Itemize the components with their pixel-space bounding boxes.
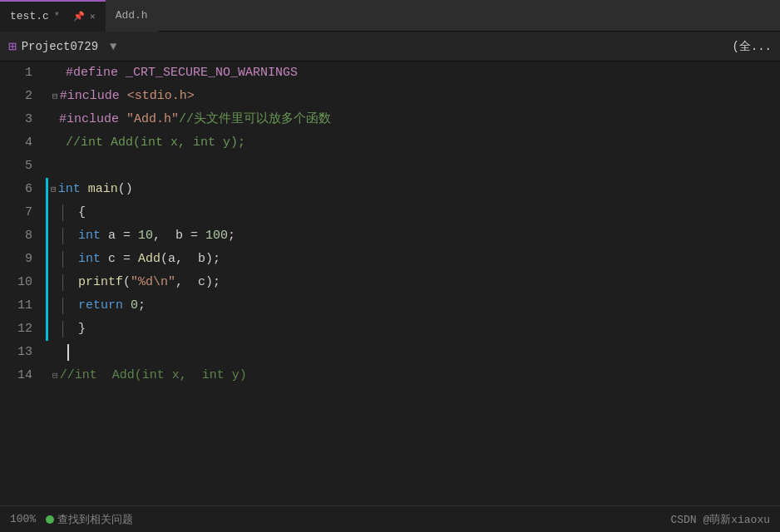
green-dot-icon: [46, 515, 54, 524]
code-line-2: ⊟ #include <stdio.h>: [46, 85, 780, 108]
code-line-3-comment: //头文件里可以放多个函数: [179, 108, 331, 131]
tab-pin-icon[interactable]: 📌: [73, 11, 85, 22]
code-line-8-body: a =: [108, 224, 138, 248]
project-icon: ⊞: [8, 38, 17, 55]
code-line-10-str: "%d\n": [131, 271, 175, 294]
code-line-9-add: Add: [138, 248, 160, 271]
code-line-9: int c = Add(a, b);: [46, 248, 780, 271]
code-line-6-int: int: [58, 178, 88, 201]
code-line-3-hash: #include: [59, 108, 126, 131]
code-line-12-brace: }: [78, 318, 86, 341]
line-num-11: 11: [8, 294, 32, 318]
code-line-14-text: //int Add(int x, int y): [60, 364, 247, 387]
fold-marker-14[interactable]: ⊟: [52, 364, 58, 387]
line-num-5: 5: [8, 155, 32, 178]
fold-marker-2[interactable]: ⊟: [52, 85, 58, 108]
code-line-2-path: <stdio.h>: [127, 85, 195, 108]
code-line-6-parens: (): [118, 178, 133, 201]
tab-bar: test.c * 📌 ✕ Add.h: [0, 0, 780, 32]
code-lines[interactable]: #define _CRT_SECURE_NO_WARNINGS ⊟ #inclu…: [46, 62, 780, 532]
line-num-2: 2: [8, 85, 32, 108]
code-line-8-semi: ;: [228, 224, 235, 248]
line-num-4: 4: [8, 131, 32, 155]
code-line-4-text: //int Add(int x, int y);: [66, 131, 245, 155]
bottom-bar: 100% 查找到相关问题 CSDN @萌新xiaoxu: [0, 505, 780, 532]
status-search: 查找到相关问题: [46, 512, 133, 527]
code-line-12: }: [46, 318, 780, 341]
line-num-14: 14: [8, 364, 32, 387]
line-num-12: 12: [8, 318, 32, 341]
line-num-6: 6: [8, 178, 32, 201]
code-line-4: //int Add(int x, int y);: [46, 131, 780, 155]
line-num-1: 1: [8, 62, 32, 85]
code-line-11-semi: ;: [138, 294, 146, 318]
code-line-11-zero: 0: [131, 294, 138, 318]
zoom-level: 100%: [10, 513, 36, 525]
code-line-8-num2: 100: [205, 224, 228, 248]
tab-test-c-label: test.c: [10, 10, 49, 22]
code-line-9-c: c =: [108, 248, 138, 271]
code-line-11-return: return: [78, 294, 131, 318]
code-line-3-file: "Add.h": [126, 108, 179, 131]
text-cursor: [67, 344, 69, 361]
line-num-3: 3: [8, 108, 32, 131]
tab-modified-indicator: *: [54, 11, 60, 22]
project-name-label: Project0729: [22, 40, 98, 53]
code-line-5: [46, 155, 780, 178]
code-line-9-args: (a, b);: [160, 248, 220, 271]
tab-add-h-label: Add.h: [116, 9, 148, 22]
code-line-10-args: , c);: [175, 271, 220, 294]
code-editor: 1 2 3 4 5 6 7 8 9 10 11 12 13 14: [0, 62, 780, 532]
project-bar: ⊞ Project0729 ▼ (全...: [0, 32, 780, 62]
code-line-1-text: #define _CRT_SECURE_NO_WARNINGS: [66, 62, 298, 85]
project-right-label: (全...: [732, 39, 772, 54]
tab-add-h[interactable]: Add.h: [106, 0, 158, 32]
tab-test-c-close[interactable]: ✕: [90, 11, 96, 22]
code-line-8: int a = 10, b = 100;: [46, 224, 780, 248]
line-num-7: 7: [8, 201, 32, 224]
code-line-13: [46, 341, 780, 364]
code-line-8-comma: , b =: [153, 224, 205, 248]
code-line-7-brace: {: [78, 201, 86, 224]
code-line-9-int: int: [78, 248, 108, 271]
project-name-group: ⊞ Project0729 ▼: [8, 38, 116, 55]
fold-marker-6[interactable]: ⊟: [51, 178, 57, 201]
code-line-2-hash: #include: [60, 85, 127, 108]
line-numbers: 1 2 3 4 5 6 7 8 9 10 11 12 13 14: [0, 62, 46, 532]
code-line-8-int: int: [78, 224, 108, 248]
code-line-10-open: (: [123, 271, 131, 294]
code-line-7: {: [46, 201, 780, 224]
code-line-6-main: main: [88, 178, 118, 201]
line-num-13: 13: [8, 341, 32, 364]
code-line-10: printf("%d\n", c);: [46, 271, 780, 294]
status-search-text: 查找到相关问题: [57, 512, 133, 527]
code-line-11: return 0;: [46, 294, 780, 318]
line-num-8: 8: [8, 224, 32, 248]
code-line-1: #define _CRT_SECURE_NO_WARNINGS: [46, 62, 780, 85]
status-left: 100% 查找到相关问题: [10, 512, 133, 527]
code-line-14: ⊟ //int Add(int x, int y): [46, 364, 780, 387]
tab-test-c[interactable]: test.c * 📌 ✕: [0, 0, 106, 32]
line-num-9: 9: [8, 248, 32, 271]
project-dropdown-arrow[interactable]: ▼: [110, 40, 116, 53]
line-num-10: 10: [8, 271, 32, 294]
code-line-8-num1: 10: [138, 224, 153, 248]
code-line-3: #include "Add.h"//头文件里可以放多个函数: [46, 108, 780, 131]
code-line-10-printf: printf: [78, 271, 123, 294]
csdn-credit: CSDN @萌新xiaoxu: [670, 512, 770, 527]
code-line-6: ⊟ int main(): [46, 178, 780, 201]
